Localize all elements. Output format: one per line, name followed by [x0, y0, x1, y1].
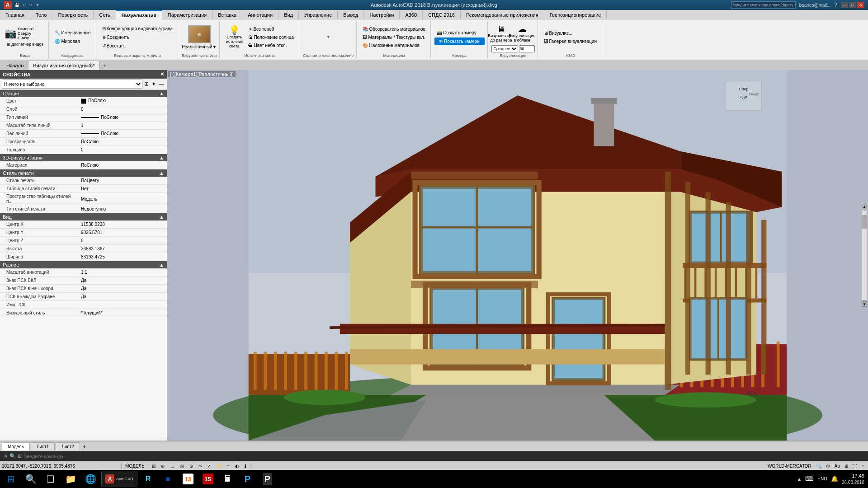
- materials-browser-btn[interactable]: 📚 Обозреватель материалов: [360, 25, 428, 33]
- sky-color-btn[interactable]: 🌥 Цвет неба откл.: [246, 42, 296, 49]
- model-tab-model[interactable]: Модель: [2, 442, 30, 450]
- create-light-btn[interactable]: 💡 Создать источник света: [223, 24, 245, 50]
- section-misc-toggle[interactable]: ▲: [159, 262, 164, 267]
- scroll-up-btn[interactable]: ▲: [862, 204, 867, 209]
- tray-notif[interactable]: 🔔: [831, 475, 838, 482]
- doc-tab-home[interactable]: Начало: [2, 61, 28, 70]
- fullscreen-btn[interactable]: ⛶: [851, 464, 859, 469]
- vs-dropdown-icon[interactable]: ▼: [212, 44, 217, 49]
- lineweight-icon[interactable]: ≡: [225, 461, 231, 471]
- join-btn[interactable]: ⊕ Соединить: [100, 33, 175, 41]
- prop-close-icon[interactable]: ✕: [160, 71, 164, 77]
- search-btn[interactable]: 🔍: [22, 471, 40, 487]
- realistic-select[interactable]: Реалистичный ▼: [182, 44, 217, 49]
- snizu-btn[interactable]: Снизу: [18, 36, 34, 40]
- snap-icon[interactable]: ⊕: [159, 461, 166, 471]
- materials-textures-btn[interactable]: 🖼 Материалы / Текстуры вкл.: [360, 33, 428, 41]
- visual-style-preview[interactable]: 🏠: [188, 25, 211, 43]
- cloud-render-btn[interactable]: ☁ Визуализация в облаке: [512, 22, 532, 45]
- prop-btn-3[interactable]: —: [158, 81, 165, 87]
- tab-glavnaya[interactable]: Главная: [0, 10, 30, 20]
- transparency-icon[interactable]: ◐: [233, 461, 241, 471]
- crs-display[interactable]: WORLD-MERCATOR: [766, 464, 813, 469]
- zoom-btn[interactable]: 🔍: [814, 464, 823, 469]
- scroll-thumb[interactable]: [862, 215, 867, 229]
- nav-cube[interactable]: Спер еди Сверх: [726, 80, 762, 110]
- create-camera-btn[interactable]: 📸 Создать камеру: [434, 29, 485, 37]
- anno-monitor[interactable]: Аа: [833, 464, 842, 469]
- tab-vid[interactable]: Вид: [278, 10, 299, 20]
- object-select[interactable]: Ничего не выбрано: [2, 80, 142, 89]
- cmd-search-btn[interactable]: 🔍: [9, 453, 16, 459]
- tab-vyvod[interactable]: Вывод: [338, 10, 364, 20]
- viewport-scroll[interactable]: ▲ ▼: [862, 204, 867, 307]
- help-icon[interactable]: ?: [834, 2, 837, 8]
- tab-vstavka[interactable]: Вставка: [212, 10, 242, 20]
- model-tab-add[interactable]: +: [81, 443, 88, 450]
- world-btn[interactable]: 🌐 Мировая: [52, 38, 93, 45]
- section-general-header[interactable]: Общие ▲: [0, 90, 167, 97]
- prop-btn-1[interactable]: ⊞: [143, 81, 150, 87]
- app15-btn[interactable]: 15: [199, 471, 217, 487]
- tab-recommended[interactable]: Рекомендованные приложения: [461, 10, 544, 20]
- workspace-btn[interactable]: ⊞: [843, 464, 850, 469]
- section-view-toggle[interactable]: ▲: [159, 214, 164, 220]
- customize-btn[interactable]: ≡: [860, 464, 866, 469]
- calc-btn[interactable]: 🖩: [219, 471, 237, 487]
- tab-geo[interactable]: Геопозиционирование: [544, 10, 607, 20]
- search-box[interactable]: Введите ключевое слово/фразу: [731, 1, 796, 9]
- doc-tab-main[interactable]: Визуализация (исходный)*: [28, 61, 99, 70]
- no-shadows-btn[interactable]: ☀ Без теней: [246, 25, 296, 33]
- otrack-icon[interactable]: ∞: [197, 461, 203, 471]
- dyn-icon[interactable]: ⚡: [214, 461, 223, 471]
- tray-up-icon[interactable]: ▲: [797, 476, 802, 482]
- prop-btn-2[interactable]: ✦: [151, 81, 157, 87]
- section-3d-header[interactable]: 3D-визуализация ▲: [0, 154, 167, 161]
- scroll-down-btn[interactable]: ▼: [862, 301, 867, 307]
- show-cameras-btn[interactable]: 👁 Показать камеры: [434, 38, 485, 45]
- app13-btn[interactable]: 13: [179, 471, 197, 487]
- app3-btn[interactable]: ■: [159, 471, 177, 487]
- doc-tab-add[interactable]: +: [99, 61, 108, 70]
- explorer-btn[interactable]: 📁: [61, 471, 80, 487]
- model-tab-sheet1[interactable]: Лист1: [31, 442, 55, 450]
- sverhu-btn[interactable]: Сверху: [18, 31, 34, 36]
- tab-a360[interactable]: А360: [400, 10, 423, 20]
- gallery-btn[interactable]: 🖼 Галерея визуализации: [542, 38, 599, 45]
- section-3d-toggle[interactable]: ▲: [159, 155, 164, 160]
- qa-redo[interactable]: ↪: [29, 3, 33, 7]
- sun-position-btn[interactable]: 🌤 Положение солнца: [246, 33, 296, 41]
- tray-lang[interactable]: ⌨: [805, 475, 814, 482]
- viewport-config-btn[interactable]: ⊞ Конфигурация видового экрана: [100, 25, 175, 33]
- material-overlay-btn[interactable]: 🎨 Наложение материалов: [360, 42, 428, 49]
- clock[interactable]: 17:49 26.08.2018: [842, 473, 864, 485]
- render-quality-input[interactable]: [519, 45, 535, 52]
- browser-btn[interactable]: 🌐: [81, 471, 99, 487]
- qa-save[interactable]: 💾: [14, 3, 19, 7]
- task-view-btn[interactable]: ❑: [42, 471, 60, 487]
- close-btn[interactable]: ✕: [857, 2, 864, 8]
- render-btn[interactable]: 🖥 Визуализация до размера: [491, 22, 511, 45]
- tab-vizualizatsiya[interactable]: Визуализация: [116, 10, 162, 20]
- app-p2-btn[interactable]: P: [259, 471, 277, 487]
- command-input[interactable]: [24, 454, 864, 459]
- qa-undo[interactable]: ↩: [23, 3, 26, 7]
- quality-select[interactable]: Среднее Низкое Высокое: [491, 45, 518, 52]
- tab-telo[interactable]: Тело: [30, 10, 53, 20]
- cmd-close-btn[interactable]: ✕: [4, 453, 8, 459]
- tab-poverkhnost[interactable]: Поверхность: [52, 10, 94, 20]
- qp-icon[interactable]: ℹ: [243, 461, 248, 471]
- tab-set[interactable]: Сеть: [94, 10, 116, 20]
- section-misc-header[interactable]: Разное ▲: [0, 261, 167, 268]
- maximize-btn[interactable]: □: [849, 2, 856, 8]
- section-view-header[interactable]: Вид ▲: [0, 213, 167, 221]
- cmd-expand-btn[interactable]: ⊞: [18, 453, 22, 459]
- qa-more[interactable]: ▼: [36, 3, 40, 7]
- autocad-taskbar-btn[interactable]: A AutoCAD: [101, 471, 137, 487]
- viewport[interactable]: [-][Камера1][Реалистичный]: [167, 70, 868, 441]
- dispatcher-btn[interactable]: ⊞ Диспетчер видов: [5, 41, 46, 48]
- tab-upravlenie[interactable]: Управление: [299, 10, 338, 20]
- polar-icon[interactable]: ◎: [178, 461, 186, 471]
- start-btn[interactable]: ⊞: [2, 471, 20, 487]
- minimize-btn[interactable]: —: [841, 2, 848, 8]
